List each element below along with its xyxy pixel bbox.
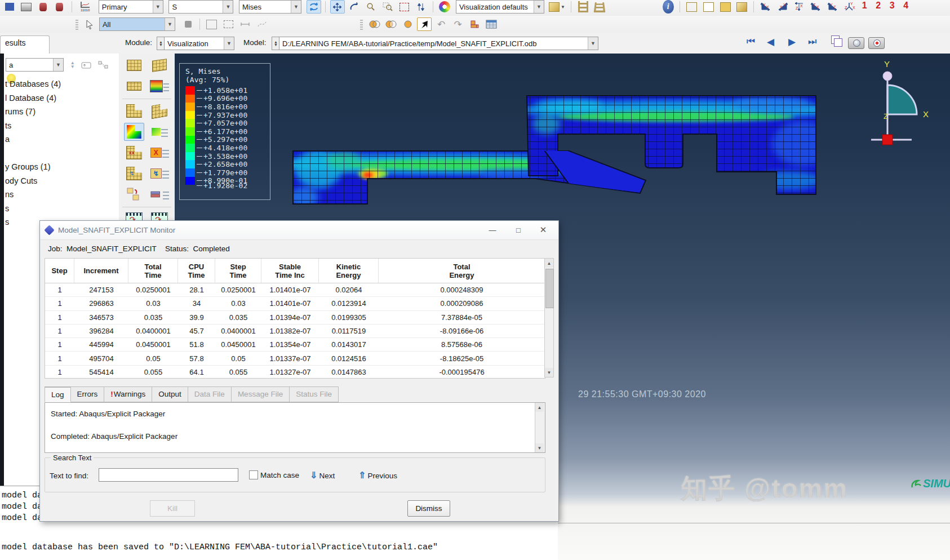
magnify-icon[interactable] — [363, 0, 378, 14]
contour-options-icon[interactable] — [149, 123, 170, 141]
view-4-button[interactable]: 4 — [900, 1, 912, 10]
plot-contours-icon[interactable] — [124, 123, 144, 141]
spectrum-manager-icon[interactable] — [149, 77, 170, 95]
plot-symbols-icon[interactable]: xx — [124, 144, 144, 162]
plot-undeformed-icon[interactable] — [124, 102, 144, 120]
find-previous-button[interactable]: ⇑Previous — [358, 470, 397, 481]
table-row[interactable]: 1445994 0.045000151.8 0.04500011.01354e-… — [45, 338, 545, 352]
view-bottom-button[interactable]: ZX — [809, 0, 823, 14]
dialog-titlebar[interactable]: Model_SNAFIT_EXPLICIT Monitor — □ ✕ — [40, 221, 558, 240]
toolbar-grip[interactable] — [360, 19, 363, 30]
spline-select-icon[interactable] — [255, 17, 269, 31]
view-2-button[interactable]: 2 — [872, 1, 884, 10]
plot-state-icon[interactable]: 11010 — [76, 0, 94, 14]
tree-item[interactable]: s — [5, 202, 119, 216]
rotate-icon[interactable] — [347, 0, 362, 14]
folder-up-icon[interactable] — [79, 58, 94, 72]
tab-errors[interactable]: Errors — [71, 386, 105, 402]
link-objects-icon[interactable] — [96, 58, 110, 72]
zoom-box-icon[interactable] — [380, 0, 395, 14]
dismiss-button[interactable]: Dismiss — [407, 500, 450, 517]
close-button[interactable]: ✕ — [531, 221, 555, 239]
table-row[interactable]: 1296863 0.0334 0.031.01401e-07 0.0123914… — [45, 297, 545, 310]
measure-icon[interactable] — [238, 17, 252, 31]
allow-multiple-plots-icon[interactable] — [124, 185, 144, 203]
undo-icon[interactable]: ↶ — [434, 17, 449, 31]
odb-save-icon[interactable] — [52, 0, 67, 14]
view-front-button[interactable]: YX — [758, 0, 773, 14]
tree-sort-icon[interactable]: ▲▼ — [70, 61, 75, 69]
plot-deformed-icon[interactable] — [149, 102, 170, 120]
log-scrollbar[interactable]: ▲ ▼ — [535, 403, 545, 452]
plot-material-orientation-icon[interactable]: ↯ — [124, 165, 144, 183]
find-input[interactable] — [99, 468, 238, 482]
color-code-icon[interactable] — [437, 0, 452, 14]
last-frame-button[interactable]: ⏭ — [803, 36, 822, 47]
pan-icon[interactable] — [330, 0, 345, 14]
field-output-variable-combo[interactable]: S▼ — [168, 0, 233, 14]
tick-marks-icon[interactable] — [124, 77, 144, 95]
scroll-up-icon[interactable]: ▲ — [535, 403, 544, 412]
tab-results[interactable]: esults — [0, 35, 50, 54]
model-blocks-icon[interactable] — [467, 17, 482, 31]
select-cell-icon[interactable] — [205, 17, 219, 31]
view-back-button[interactable]: YX — [775, 0, 790, 14]
tree-item[interactable]: ody Cuts — [5, 174, 119, 188]
color-defaults-combo[interactable]: Visualization defaults▼ — [456, 0, 544, 14]
tree-item[interactable]: a — [5, 132, 119, 146]
module-combo[interactable]: Visualization▼ — [164, 37, 234, 50]
next-frame-button[interactable]: ▶ — [783, 36, 801, 48]
odb-mount-icon[interactable] — [35, 0, 50, 14]
module-spinner[interactable]: ▲▼ — [157, 37, 165, 50]
select-entity-icon[interactable] — [181, 17, 196, 31]
tab-log[interactable]: Log — [45, 386, 71, 402]
sync-frames-icon[interactable] — [307, 0, 321, 14]
boolean-intersect-icon[interactable] — [367, 17, 382, 31]
orientation-options-icon[interactable]: ↯ — [149, 165, 170, 183]
view-cut-manager-icon[interactable] — [149, 185, 170, 203]
tab-warnings[interactable]: !Warnings — [104, 386, 152, 402]
render-filled-icon[interactable] — [718, 0, 733, 14]
drag-rect-icon[interactable] — [221, 17, 236, 31]
field-output-frame-combo[interactable]: Primary▼ — [99, 0, 163, 14]
toolbar-grip[interactable] — [76, 19, 78, 30]
view-1-button[interactable]: 1 — [859, 1, 871, 10]
tree-item[interactable]: y Groups (1) — [5, 160, 119, 174]
view-iso-button[interactable]: YZX — [842, 0, 856, 14]
find-next-button[interactable]: ⇓Next — [310, 470, 335, 481]
table-row[interactable]: 1346573 0.03539.9 0.0351.01394e-07 0.019… — [45, 311, 545, 325]
model-spinner[interactable]: ▲▼ — [272, 37, 279, 50]
select-cursor-icon[interactable] — [82, 17, 97, 31]
overlay-plot-icon[interactable] — [834, 38, 842, 47]
match-case-checkbox[interactable] — [249, 470, 258, 479]
probe-arrow-icon[interactable] — [417, 17, 432, 31]
table-row[interactable]: 1545414 0.05564.1 0.0551.01327e-07 0.014… — [45, 366, 545, 379]
tree-item[interactable]: t Databases (4) — [5, 77, 119, 91]
scroll-up-icon[interactable]: ▲ — [545, 259, 553, 268]
table-row[interactable]: 1247153 0.025000128.1 0.02500011.01401e-… — [45, 283, 545, 297]
previous-frame-button[interactable]: ◀ — [762, 36, 779, 48]
boolean-union-icon[interactable] — [384, 17, 398, 31]
table-scrollbar[interactable]: ▲ ▼ — [544, 258, 554, 377]
tab-output[interactable]: Output — [152, 386, 188, 402]
boolean-replace-icon[interactable] — [401, 17, 415, 31]
field-output-stack-icon[interactable] — [149, 56, 170, 74]
render-hidden-icon[interactable] — [702, 0, 716, 14]
tree-item[interactable]: ns — [5, 188, 119, 202]
maximize-button[interactable]: □ — [507, 221, 530, 239]
scroll-down-icon[interactable]: ▼ — [535, 443, 544, 452]
scroll-down-icon[interactable]: ▼ — [545, 368, 553, 377]
table-row[interactable]: 1396284 0.040000145.7 0.04000011.01382e-… — [45, 325, 545, 338]
table-row[interactable]: 1495704 0.0557.8 0.051.01337e-07 0.01245… — [45, 352, 545, 365]
render-shaded-icon[interactable] — [735, 0, 749, 14]
tree-item[interactable] — [5, 146, 119, 161]
log-output-box[interactable]: Started: Abaqus/Explicit Packager Comple… — [45, 402, 545, 453]
symbol-options-icon[interactable]: X — [149, 144, 170, 162]
render-wireframe-icon[interactable] — [685, 0, 699, 14]
field-output-invariant-combo[interactable]: Mises▼ — [239, 0, 301, 14]
render-shaded-dropdown[interactable]: ▼ — [547, 0, 567, 14]
tree-item[interactable]: rums (7) — [5, 105, 119, 119]
first-frame-button[interactable]: ⏮ — [742, 36, 760, 47]
tree-item[interactable]: l Database (4) — [5, 91, 119, 105]
query-info-icon[interactable]: i — [661, 0, 676, 14]
